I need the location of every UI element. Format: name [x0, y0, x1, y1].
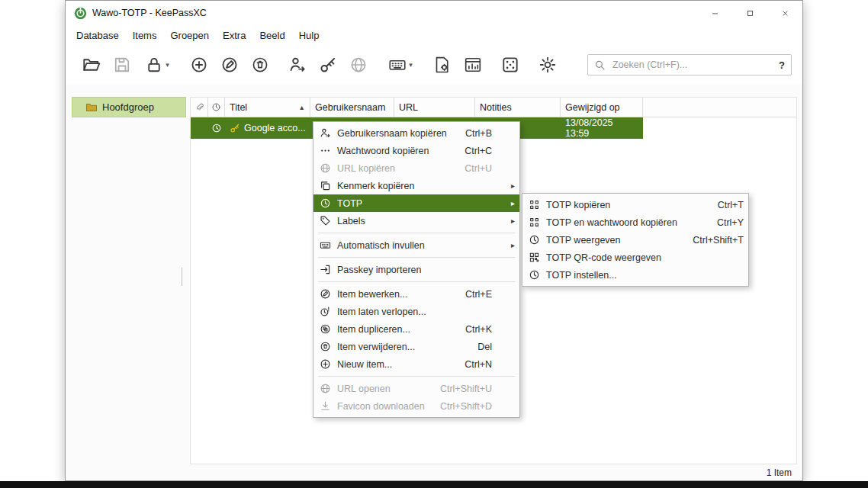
trash-circle-icon [251, 56, 269, 74]
save-database-button[interactable] [107, 50, 137, 79]
globe-icon [320, 383, 331, 394]
gear-icon [538, 56, 557, 74]
tag-icon [320, 215, 331, 226]
edit-entry-button[interactable] [214, 50, 245, 79]
new-entry-button[interactable] [184, 50, 214, 79]
menu-item-open-url[interactable]: URL openen Ctrl+Shift+U [313, 380, 519, 397]
menu-extra[interactable]: Extra [216, 27, 252, 43]
password-dots-icon [320, 145, 331, 156]
globe-icon [349, 56, 368, 74]
plus-circle-icon [320, 358, 331, 370]
entry-title: Google acco... [244, 123, 306, 133]
menu-items[interactable]: Items [126, 27, 164, 43]
panel-splitter[interactable] [182, 268, 185, 286]
trash-circle-icon [320, 341, 331, 352]
key-icon [319, 56, 337, 74]
menu-item-totp[interactable]: TOTP ▸ [313, 194, 519, 212]
mini-qr-icon [529, 199, 540, 210]
plus-circle-icon [190, 56, 208, 74]
item-count: 1 Item [767, 467, 792, 478]
mini-qr-icon [529, 217, 540, 228]
menu-separator [318, 257, 515, 258]
submenu-arrow-icon: ▸ [492, 217, 515, 225]
menu-database[interactable]: Database [69, 27, 126, 43]
column-titel[interactable]: Titel▲ [225, 98, 310, 117]
key-icon [230, 123, 240, 133]
group-item-hoofdgroep[interactable]: Hoofdgroep [72, 97, 186, 117]
minimize-button[interactable] [697, 1, 732, 25]
search-box[interactable]: ? [587, 54, 792, 75]
entry-modified: 13/08/2025 13:59 [565, 117, 638, 139]
toolbar: ▾ ▾ ? [66, 45, 802, 85]
maximize-icon [746, 9, 754, 18]
dice-icon [501, 56, 519, 74]
menu-item-copy-attribute[interactable]: Kenmerk kopiëren ▸ [313, 177, 519, 194]
search-help-button[interactable]: ? [773, 59, 785, 71]
menu-item-copy-password[interactable]: Wachtwoord kopiëren Ctrl+C [313, 142, 519, 159]
lock-icon [145, 56, 163, 74]
copy-username-button[interactable] [282, 50, 313, 79]
menu-item-expire-entry[interactable]: Item laten verlopen... [313, 303, 519, 320]
column-gebruikersnaam[interactable]: Gebruikersnaam [310, 98, 394, 117]
menu-item-import-passkey[interactable]: Passkey importeren [313, 261, 519, 278]
menu-hulp[interactable]: Hulp [292, 27, 326, 43]
database-settings-button[interactable] [427, 50, 458, 79]
keyboard-icon [388, 56, 407, 74]
menu-item-download-favicon[interactable]: Favicon downloaden Ctrl+Shift+D [313, 397, 519, 415]
edit-circle-icon [320, 288, 331, 300]
column-gewijzigd-op[interactable]: Gewijzigd op [561, 98, 643, 117]
qr-code-icon [529, 252, 540, 263]
close-button[interactable] [767, 1, 802, 25]
password-generator-button[interactable] [495, 50, 526, 79]
menu-item-copy-username[interactable]: Gebruikersnaam kopiëren Ctrl+B [313, 124, 519, 142]
menu-item-new-entry[interactable]: Nieuw item... Ctrl+N [313, 355, 519, 373]
column-attachments[interactable] [191, 98, 208, 117]
menu-beeld[interactable]: Beeld [252, 27, 291, 43]
clock-icon [320, 197, 331, 209]
submenu-item-show-totp[interactable]: TOTP weergeven Ctrl+Shift+T [522, 231, 748, 249]
menu-separator [318, 233, 515, 233]
menu-item-copy-url[interactable]: URL kopiëren Ctrl+U [313, 159, 519, 177]
clock-icon [529, 269, 540, 281]
copy-password-button[interactable] [313, 50, 343, 79]
clock-alert-icon [320, 306, 331, 317]
minimize-icon [711, 9, 719, 18]
user-arrow-icon [320, 127, 331, 139]
reports-button[interactable] [458, 50, 488, 79]
user-arrow-icon [288, 56, 307, 74]
menu-item-labels[interactable]: Labels ▸ [313, 212, 519, 230]
submenu-item-copy-totp[interactable]: TOTP kopiëren Ctrl+T [522, 196, 748, 214]
status-bar: 1 Item [66, 464, 802, 480]
globe-icon [320, 162, 331, 174]
lock-databases-button[interactable]: ▾ [137, 50, 177, 79]
open-database-button[interactable] [76, 50, 107, 79]
perform-autotype-button[interactable]: ▾ [381, 50, 420, 79]
screen-edge [0, 481, 868, 488]
column-notities[interactable]: Notities [475, 98, 561, 117]
menu-item-delete-entry[interactable]: Item verwijderen... Del [313, 338, 519, 355]
download-icon [320, 400, 331, 412]
menu-item-edit-entry[interactable]: Item bewerken... Ctrl+E [313, 285, 519, 303]
maximize-button[interactable] [732, 1, 767, 25]
save-icon [113, 56, 131, 74]
table-header: Titel▲ Gebruikersnaam URL Notities Gewij… [191, 98, 796, 117]
menu-item-duplicate-entry[interactable]: Item dupliceren... Ctrl+K [313, 320, 519, 338]
column-totp[interactable] [208, 98, 225, 117]
search-input[interactable] [611, 59, 773, 71]
group-label: Hoofdgroep [102, 101, 154, 113]
submenu-arrow-icon: ▸ [492, 241, 515, 249]
menu-separator [318, 376, 515, 377]
submenu-item-show-totp-qr[interactable]: TOTP QR-code weergeven [522, 249, 748, 266]
submenu-arrow-icon: ▸ [492, 199, 515, 207]
menu-groepen[interactable]: Groepen [163, 27, 216, 43]
application-settings-button[interactable] [532, 50, 563, 79]
paperclip-icon [194, 102, 204, 112]
delete-entry-button[interactable] [245, 50, 275, 79]
menu-item-autotype[interactable]: Automatisch invullen ▸ [313, 236, 519, 254]
column-url[interactable]: URL [394, 98, 475, 117]
submenu-item-setup-totp[interactable]: TOTP instellen... [522, 266, 748, 284]
window-controls [697, 1, 802, 25]
copy-url-button[interactable] [343, 50, 374, 79]
submenu-item-copy-totp-password[interactable]: TOTP en wachtwoord kopiëren Ctrl+Y [522, 214, 748, 231]
edit-circle-icon [220, 56, 239, 74]
